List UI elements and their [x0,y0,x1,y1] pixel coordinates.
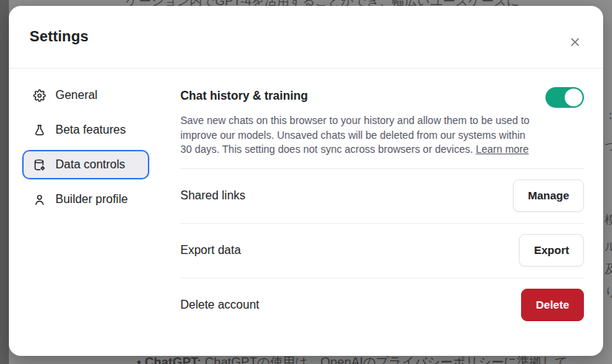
chat-history-section: Chat history & training Save new chats o… [180,87,584,157]
background-page-text-fragment: ル [605,239,612,255]
settings-sidebar: General Beta features Data controls Buil… [9,69,180,332]
flask-icon [33,124,46,137]
sidebar-item-label: Data controls [55,158,125,171]
sidebar-item-label: Beta features [55,123,126,137]
chat-history-toggle[interactable] [545,87,584,108]
data-controls-panel: Chat history & training Save new chats o… [180,69,584,332]
background-page-text-fragment: 及 [605,262,612,278]
sidebar-item-label: Builder profile [55,193,128,206]
toggle-knob [565,89,582,106]
sidebar-item-label: General [55,89,98,102]
row-label: Shared links [180,189,245,202]
close-icon [568,35,582,49]
background-page-text-fragment: ： [605,108,612,123]
background-sidebar-strip [0,0,9,364]
export-data-row: Export data Export [180,224,584,278]
database-gear-icon [33,159,46,171]
manage-button[interactable]: Manage [513,179,584,212]
sidebar-item-beta-features[interactable]: Beta features [22,115,149,145]
export-button[interactable]: Export [519,234,584,267]
background-bottom-rest: ChatGPTの使用は、OpenAIのプライバシーポリシーに準拠して [201,355,568,364]
chat-history-title: Chat history & training [180,87,307,103]
background-bullet-label: • ChatGPT: [137,355,201,364]
sidebar-item-builder-profile[interactable]: Builder profile [22,185,149,214]
settings-dialog: Settings General Beta features Data cont… [9,6,603,356]
dialog-header: Settings [9,6,603,69]
close-button[interactable] [565,32,585,52]
sidebar-item-data-controls[interactable]: Data controls [22,150,149,179]
learn-more-link[interactable]: Learn more [476,143,529,155]
background-page-text-fragment: 模 [605,213,612,228]
page-title: Settings [30,28,89,44]
delete-button[interactable]: Delete [521,289,584,321]
row-label: Export data [180,244,241,257]
row-label: Delete account [180,298,259,312]
gear-icon [33,89,46,102]
shared-links-row: Shared links Manage [180,169,584,223]
person-icon [33,193,46,206]
background-page-text-fragment: つ [605,139,612,154]
dialog-body: General Beta features Data controls Buil… [9,69,603,332]
delete-account-row: Delete account Delete [180,278,584,332]
sidebar-item-general[interactable]: General [22,80,149,110]
chat-history-description: Save new chats on this browser to your h… [180,114,537,157]
background-page-text-fragment: り [605,285,612,301]
